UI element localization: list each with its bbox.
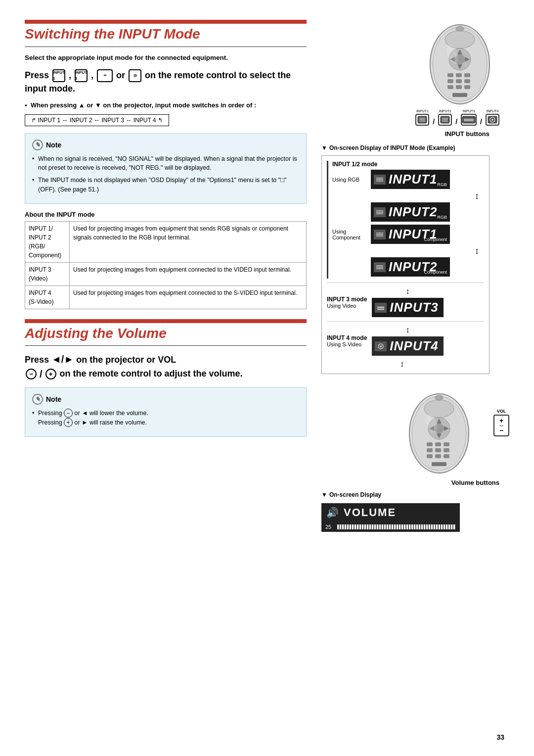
input1-rgb-sub: RGB	[437, 182, 447, 187]
table-row: INPUT 1/INPUT 2(RGB/Component) Used for …	[25, 221, 307, 262]
input1-rgb-block: INPUT1 RGB	[371, 170, 450, 189]
svg-rect-74	[444, 454, 449, 458]
bracket-line	[327, 161, 328, 279]
volume-remote-svg	[390, 389, 489, 475]
input2-button[interactable]	[438, 114, 452, 126]
input3-icon	[375, 303, 387, 313]
section2-divider	[25, 345, 307, 346]
input2-comp-block: INPUT2 Component	[371, 257, 450, 277]
input3-text: INPUT3	[390, 300, 438, 315]
svg-rect-15	[447, 85, 453, 89]
arrow1-2: ↕	[332, 191, 484, 201]
svg-rect-72	[427, 454, 433, 458]
input2-label-above: INPUT2	[439, 109, 451, 113]
input3-mode-label: INPUT 3 mode	[327, 296, 367, 303]
volume-display-area: 🔊 VOLUME 25	[321, 503, 490, 532]
table-row: INPUT 4(S-Video) Used for projecting ima…	[25, 285, 307, 309]
svg-rect-18	[452, 93, 467, 97]
svg-rect-67	[435, 442, 441, 446]
section1: Switching the INPUT Mode Select the appr…	[25, 20, 307, 309]
svg-rect-16	[456, 85, 462, 89]
table-cell-desc3: Used for projecting images from equipmen…	[70, 262, 307, 285]
svg-rect-66	[427, 442, 433, 446]
diagram-divider2	[327, 321, 484, 322]
section1-divider	[25, 47, 307, 47]
table-cell-input12: INPUT 1/INPUT 2(RGB/Component)	[25, 221, 70, 262]
input4-icon	[375, 341, 387, 351]
volume-note-title: ✎ Note	[32, 394, 299, 405]
vol-minus-icon: −	[26, 369, 37, 379]
left-column: Switching the INPUT Mode Select the appr…	[25, 20, 307, 736]
input4-text: INPUT4	[390, 338, 438, 354]
volume-note-icon: ✎	[32, 394, 43, 405]
input-diagram: INPUT 1/2 mode Using RGB INPUT1 RGB	[321, 155, 490, 374]
input4-up-arrow: ↕	[406, 326, 410, 334]
table-cell-input4: INPUT 4(S-Video)	[25, 285, 70, 309]
press-instruction: Press INPUT1 , INPUT2 , ━ or ◎ on the re…	[25, 69, 307, 95]
input1-button[interactable]	[415, 114, 429, 126]
input12-mode-header: INPUT 1/2 mode	[332, 161, 484, 168]
input2-rgb-sub: RGB	[437, 215, 447, 220]
volume-speaker-icon: 🔊	[326, 507, 339, 519]
input4-mode-row: INPUT 4 mode Using S-Video ↕ INPUT4	[327, 326, 484, 356]
vol-label-top: VOL	[497, 409, 506, 414]
volume-bar-container: 25	[321, 522, 460, 532]
input4-info: INPUT 4 mode Using S-Video	[327, 334, 367, 347]
volume-osd-label: On-screen Display	[321, 491, 509, 498]
bullet-projector-keys: When pressing ▲ or ▼ on the projector, i…	[25, 100, 307, 110]
input12-bracket: INPUT 1/2 mode Using RGB INPUT1 RGB	[327, 161, 484, 279]
vol-button[interactable]: + −	[493, 415, 509, 436]
volume-press-instruction: Press ◄/► on the projector or VOL − / + …	[25, 352, 307, 381]
note-label: Note	[46, 141, 61, 149]
volume-note-item: Pressing − or ◄ will lower the volume. P…	[32, 409, 299, 427]
volume-note-label: Note	[46, 395, 61, 403]
vol-plus[interactable]: +	[499, 416, 503, 426]
table-row: INPUT 3(Video) Used for projecting image…	[25, 262, 307, 285]
section1-subtitle: Select the appropriate input mode for th…	[25, 53, 307, 63]
about-input-heading: About the INPUT mode	[25, 211, 307, 218]
svg-rect-75	[432, 462, 446, 466]
arrow-cycle: ↱ INPUT 1 ↔ INPUT 2 ↔ INPUT 3 ↔ INPUT 4 …	[25, 114, 169, 126]
input2-btn-icon: INPUT2	[75, 69, 88, 82]
section2-title: Adjusting the Volume	[25, 325, 307, 342]
volume-note-box: ✎ Note Pressing − or ◄ will lower the vo…	[25, 387, 307, 437]
svg-rect-14	[464, 79, 470, 83]
note-icon: ✎	[32, 140, 43, 150]
separator2: /	[455, 118, 457, 126]
volume-remote-container: VOL + −	[321, 389, 509, 475]
separator3: /	[480, 118, 482, 126]
input4-block: INPUT4	[372, 336, 443, 356]
rgb-input2-row: INPUT2 RGB	[332, 202, 484, 222]
input2-comp-sub: Component	[424, 270, 447, 275]
using-component-label: UsingComponent	[332, 229, 367, 240]
input4-bottom-arrow: ↕	[327, 360, 484, 369]
svg-point-19	[456, 26, 464, 31]
volume-bar	[337, 524, 456, 529]
input3-using: Using Video	[327, 303, 367, 309]
main-content: Switching the INPUT Mode Select the appr…	[25, 20, 509, 736]
volume-text: VOLUME	[344, 506, 396, 519]
input-remote-container	[321, 20, 509, 106]
volume-buttons-label: Volume buttons	[451, 479, 499, 486]
page-number: 33	[496, 733, 504, 741]
section1-title-bar	[25, 20, 307, 24]
section2: Adjusting the Volume Press ◄/► on the pr…	[25, 319, 307, 437]
note-item-1: When no signal is received, "NO SIGNAL" …	[32, 154, 299, 173]
volume-number: 25	[325, 524, 334, 530]
input3-button[interactable]	[461, 114, 477, 126]
input1-label-above: INPUT1	[416, 109, 429, 113]
comp-input2-row: INPUT2 Component	[332, 257, 484, 277]
input3-label-above: INPUT3	[463, 109, 475, 113]
input3-info: INPUT 3 mode Using Video	[327, 296, 367, 309]
svg-rect-10	[456, 73, 462, 77]
input3-block: INPUT3	[372, 298, 443, 317]
input4-button[interactable]	[486, 114, 499, 126]
volume-display: 🔊 VOLUME	[321, 503, 460, 522]
vol-minus[interactable]: −	[499, 426, 503, 436]
svg-rect-17	[464, 85, 470, 89]
volume-remote-section: VOL + − Volume buttons On-screen Display	[321, 389, 509, 532]
input3-up-arrow: ↕	[406, 287, 410, 296]
input2-rgb-text: INPUT2	[389, 204, 437, 220]
svg-rect-13	[456, 79, 462, 83]
svg-rect-9	[447, 73, 453, 77]
